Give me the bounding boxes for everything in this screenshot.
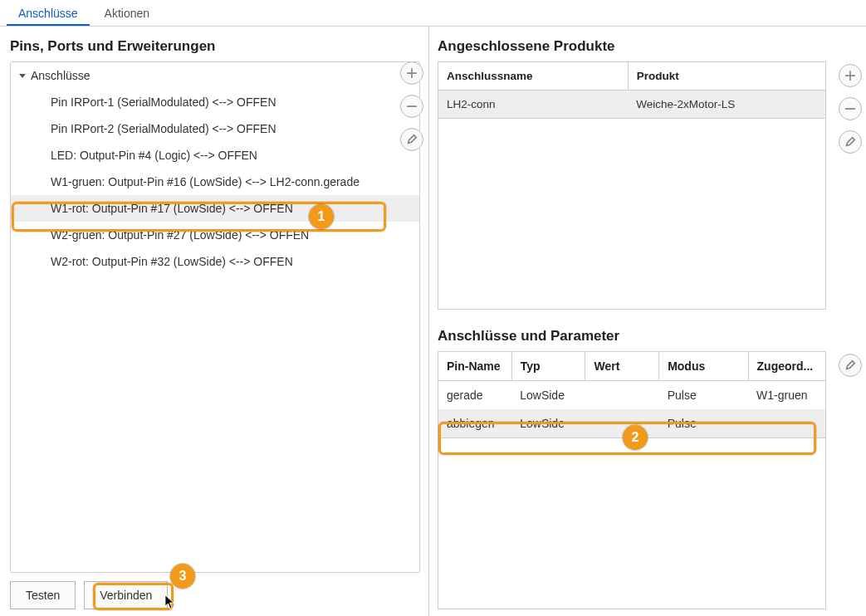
col-wert: Wert bbox=[585, 352, 659, 381]
add-button[interactable] bbox=[839, 64, 862, 87]
pins-tree[interactable]: Anschlüsse Pin IRPort-1 (SerialModulated… bbox=[10, 61, 420, 573]
cell-zu: W1-gruen bbox=[748, 381, 825, 410]
col-anschlussname: Anschlussname bbox=[438, 62, 629, 90]
plus-icon bbox=[406, 67, 418, 79]
params-title: Anschlüsse und Parameter bbox=[438, 328, 856, 345]
plus-icon bbox=[844, 70, 856, 81]
edit-button[interactable] bbox=[839, 130, 862, 154]
products-table[interactable]: Anschlussname Produkt LH2-conn Weiche-2x… bbox=[438, 61, 826, 119]
cell-wert bbox=[585, 409, 659, 438]
tree-item[interactable]: Pin IRPort-1 (SerialModulated) <--> OFFE… bbox=[11, 89, 419, 115]
cell-produkt: Weiche-2xMotor-LS bbox=[628, 90, 825, 119]
col-zugeord: Zugeord... bbox=[748, 352, 825, 381]
minus-icon bbox=[406, 100, 418, 112]
col-pin: Pin-Name bbox=[438, 352, 512, 381]
connect-button[interactable]: Verbinden bbox=[84, 581, 168, 609]
chevron-down-icon bbox=[19, 74, 26, 78]
table-row[interactable]: LH2-conn Weiche-2xMotor-LS bbox=[438, 90, 826, 119]
cell-typ: LowSide bbox=[511, 381, 585, 410]
cell-pin: abbiegen bbox=[438, 409, 512, 438]
table-row[interactable]: gerade LowSide Pulse W1-gruen bbox=[438, 381, 826, 410]
tree-item[interactable]: W2-rot: Output-Pin #32 (LowSide) <--> OF… bbox=[11, 248, 419, 275]
cell-pin: gerade bbox=[438, 381, 512, 410]
cell-zu bbox=[748, 409, 825, 438]
cell-wert bbox=[585, 381, 659, 410]
tree-item[interactable]: W2-gruen: Output-Pin #27 (LowSide) <--> … bbox=[11, 222, 419, 248]
pencil-icon bbox=[406, 134, 418, 145]
tree-item[interactable]: LED: Output-Pin #4 (Logic) <--> OFFEN bbox=[11, 142, 419, 169]
annotation-badge-3: 3 bbox=[170, 564, 195, 589]
annotation-badge-1: 1 bbox=[309, 204, 334, 229]
products-title: Angeschlossene Produkte bbox=[438, 38, 856, 55]
add-button[interactable] bbox=[400, 61, 423, 85]
left-panel-title: Pins, Ports und Erweiterungen bbox=[10, 38, 420, 55]
col-produkt: Produkt bbox=[628, 62, 825, 90]
cell-typ: LowSide bbox=[511, 409, 585, 438]
col-typ: Typ bbox=[511, 352, 585, 381]
cell-modus: Pulse bbox=[659, 409, 748, 438]
annotation-badge-2: 2 bbox=[623, 425, 648, 450]
tab-actions[interactable]: Aktionen bbox=[93, 2, 161, 26]
tab-connections[interactable]: Anschlüsse bbox=[7, 2, 90, 26]
minus-icon bbox=[844, 103, 856, 115]
tree-item[interactable]: W1-gruen: Output-Pin #16 (LowSide) <--> … bbox=[11, 169, 419, 195]
remove-button[interactable] bbox=[400, 95, 423, 118]
tree-item-selected[interactable]: W1-rot: Output-Pin #17 (LowSide) <--> OF… bbox=[11, 195, 419, 222]
cursor-icon bbox=[164, 594, 176, 612]
tree-root-label: Anschlüsse bbox=[31, 69, 91, 82]
pencil-icon bbox=[844, 359, 856, 371]
test-button[interactable]: Testen bbox=[10, 581, 76, 609]
edit-button[interactable] bbox=[839, 354, 862, 377]
tree-root[interactable]: Anschlüsse bbox=[11, 62, 419, 89]
col-modus: Modus bbox=[659, 352, 748, 381]
pencil-icon bbox=[844, 136, 856, 148]
cell-modus: Pulse bbox=[659, 381, 748, 410]
tree-item[interactable]: Pin IRPort-2 (SerialModulated) <--> OFFE… bbox=[11, 115, 419, 142]
cell-anschlussname: LH2-conn bbox=[438, 90, 629, 119]
remove-button[interactable] bbox=[839, 97, 862, 120]
edit-button[interactable] bbox=[400, 128, 423, 151]
